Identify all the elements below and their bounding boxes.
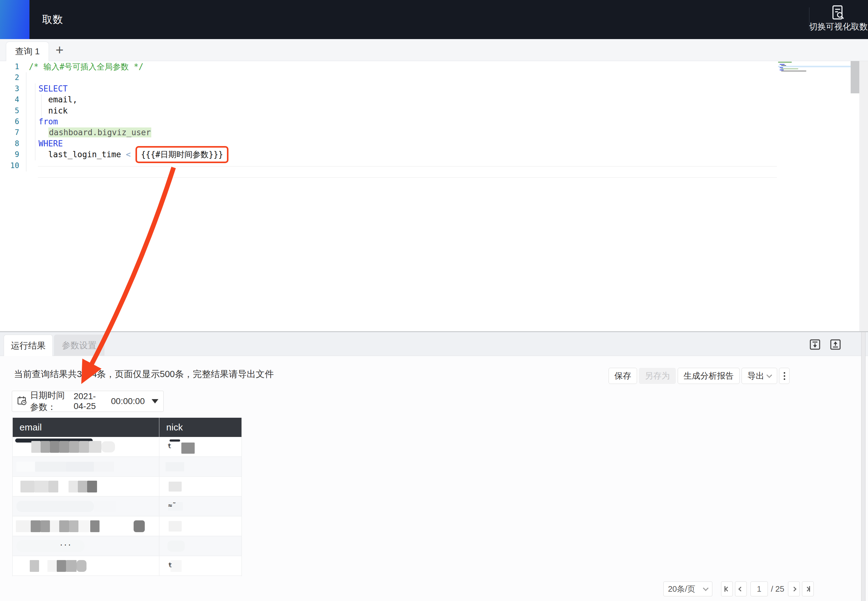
results-tabbar: 运行结果 参数设置 [0, 332, 868, 356]
redacted-text-remnant: ≈˜ [168, 502, 177, 509]
cell-nick-redacted [159, 516, 242, 536]
code-line: 1/* 输入#号可插入全局参数 */ [0, 61, 775, 72]
cell-nick-redacted: ŧ [159, 437, 242, 456]
action-buttons: 保存另存为生成分析报告导出 [609, 368, 790, 384]
line-number: 4 [0, 94, 19, 105]
redaction-block [41, 520, 50, 532]
cell-nick-redacted [159, 477, 242, 496]
caret-down-icon [152, 399, 158, 403]
table-row[interactable]: ŧ [13, 437, 242, 457]
redaction-block [94, 501, 116, 512]
first-page-button[interactable] [721, 581, 733, 596]
redaction-block [78, 520, 90, 532]
redaction-block [69, 480, 78, 493]
minimap-slider[interactable] [851, 61, 859, 93]
redaction-block [31, 441, 41, 453]
redaction-block [31, 520, 41, 532]
save-button[interactable]: 保存 [609, 368, 637, 384]
code-segment: SELECT [38, 84, 68, 93]
add-tab-button[interactable]: + [52, 42, 67, 58]
code-line: 7 dashboard.bigviz_user [0, 127, 775, 138]
redaction-block [59, 441, 69, 453]
cell-nick-redacted: ≈˜ [159, 496, 242, 516]
redaction-block [59, 520, 69, 532]
cell-email-redacted [13, 457, 159, 476]
table-body: ŧ≈˜···ŧ [13, 437, 242, 576]
generate-report-button[interactable]: 生成分析报告 [678, 368, 740, 384]
redaction-block [76, 560, 87, 572]
redaction-block [66, 462, 94, 472]
line-number: 2 [0, 72, 19, 83]
redaction-block [78, 480, 87, 493]
last-page-button[interactable] [802, 581, 814, 596]
tab-parameter-settings[interactable]: 参数设置 [54, 335, 105, 356]
code-segment: email, [29, 95, 78, 104]
redaction-block [89, 441, 101, 453]
redacted-text-remnant: ŧ [168, 442, 171, 450]
table-row[interactable] [13, 477, 242, 496]
redaction-block [101, 441, 115, 453]
app-logo[interactable] [0, 0, 29, 39]
redaction-block [171, 560, 182, 572]
scrollbar[interactable] [861, 332, 865, 601]
code-text: from [29, 116, 58, 127]
redaction-block [66, 560, 76, 572]
minimap-line [778, 62, 792, 63]
table-row[interactable]: ŧ [13, 556, 242, 576]
next-page-button[interactable] [788, 581, 800, 596]
redaction-block [94, 462, 114, 472]
tab-run-results[interactable]: 运行结果 [4, 335, 53, 356]
redaction-block [17, 540, 85, 552]
redaction-block [87, 480, 97, 493]
table-row[interactable]: ··· [13, 536, 242, 556]
expand-panel-icon[interactable] [830, 339, 841, 350]
parameter-date-value: 2021-04-25 [73, 391, 101, 411]
kebab-menu-icon [784, 372, 785, 380]
cell-email-redacted [13, 477, 159, 496]
minimap[interactable] [778, 62, 851, 99]
code-line: 6 from [0, 116, 775, 127]
code-segment: < [126, 150, 136, 159]
cell-email-redacted [13, 437, 159, 456]
cell-email-redacted [13, 556, 159, 575]
tab-query-1[interactable]: 查询 1 [6, 41, 49, 61]
minimap-line [780, 64, 784, 65]
results-panel: 运行结果 参数设置 当前查询结果共3174条，页面仅显示500条 [0, 332, 868, 601]
redaction-block [181, 442, 195, 454]
redaction-block [47, 560, 57, 572]
collapse-panel-icon[interactable] [810, 339, 820, 350]
chevron-right-icon [792, 586, 796, 591]
more-actions-button[interactable] [779, 368, 790, 384]
code-text: SELECT [29, 84, 68, 94]
table-row[interactable] [13, 457, 242, 477]
redaction-block [57, 560, 66, 572]
page-size-select[interactable]: 20条/页 [663, 581, 713, 596]
table-row[interactable] [13, 516, 242, 536]
column-header-email: email [13, 418, 159, 437]
save-as-button[interactable]: 另存为 [639, 368, 676, 384]
page-number-input[interactable] [751, 581, 768, 596]
parameter-label: 日期时间参数： [30, 389, 67, 413]
code-text: dashboard.bigviz_user [29, 127, 151, 138]
sql-editor[interactable]: 1/* 输入#号可插入全局参数 */23 SELECT4 email,5 nic… [0, 61, 868, 333]
chevron-left-icon [739, 586, 743, 591]
line-number: 1 [0, 61, 19, 72]
redaction-block [41, 441, 50, 453]
button-label: 生成分析报告 [684, 370, 734, 381]
minimap-line [781, 69, 798, 69]
code-segment [29, 139, 38, 148]
results-summary: 当前查询结果共3174条，页面仅显示500条，完整结果请导出文件 [14, 368, 274, 380]
line-number: 3 [0, 84, 19, 94]
table-header-row: email nick [13, 418, 242, 437]
code-text: nick [29, 105, 68, 116]
line-number: 9 [0, 149, 19, 160]
switch-visual-mode-button[interactable]: 切换可视化取数 [809, 4, 867, 36]
export-button[interactable]: 导出 [742, 368, 777, 384]
code-line: 8 WHERE [0, 138, 775, 149]
result-table: email nick ŧ≈˜···ŧ [12, 418, 242, 576]
redaction-block [50, 520, 59, 532]
prev-page-button[interactable] [735, 581, 747, 596]
minimap-line [780, 67, 783, 68]
table-row[interactable]: ≈˜ [13, 496, 242, 516]
datetime-parameter-control[interactable]: 日期时间参数： 2021-04-25 00:00:00 [12, 391, 164, 412]
